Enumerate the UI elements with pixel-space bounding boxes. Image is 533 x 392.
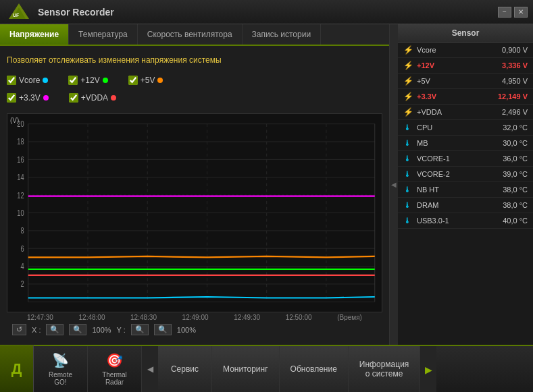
sensor-value-5v: 4,950 V <box>490 77 528 85</box>
dot-33v <box>43 95 49 101</box>
close-button[interactable]: ✕ <box>514 7 528 18</box>
sensor-name-12v: +12V <box>417 61 490 69</box>
taskbar-logo[interactable]: Д <box>0 345 34 392</box>
y-zoom-out-button[interactable]: 🔍 <box>154 324 172 335</box>
label-vcore: Vcore <box>19 76 40 85</box>
checkbox-5v-input[interactable] <box>128 76 138 85</box>
sensor-name-nbht: NB HT <box>417 186 490 194</box>
sensor-name-vcore2: VCORE-2 <box>417 170 490 178</box>
dot-vcore <box>43 78 48 83</box>
sensor-value-usb30: 40,0 °C <box>490 217 528 225</box>
updates-label: Обновление <box>290 364 337 374</box>
checkbox-vdda-input[interactable] <box>69 93 78 103</box>
sensor-panel: Sensor ⚡ Vcore 0,900 V ⚡ +12V 3,336 V ⚡ … <box>398 24 533 345</box>
x-label: X : <box>32 326 41 334</box>
service-button[interactable]: Сервис <box>158 346 212 392</box>
thermal-radar-icon: 🎯 <box>106 352 123 368</box>
checkbox-33v-input[interactable] <box>7 93 16 103</box>
taskbar-item-remote[interactable]: 📡 RemoteGO! <box>34 346 88 392</box>
tab-bar: Напряжение Температура Скорость вентилят… <box>0 24 389 46</box>
checkbox-33v: +3.3V <box>7 93 49 103</box>
taskbar-buttons-group: ◀ Сервис Мониторинг Обновление Информаци… <box>142 346 533 392</box>
sensor-icon-vcore1: 🌡 <box>403 154 414 163</box>
x-zoom-in-button[interactable]: 🔍 <box>46 324 64 335</box>
service-label: Сервис <box>171 364 199 374</box>
sensor-icon-mb: 🌡 <box>403 138 414 148</box>
tab-fan-speed[interactable]: Скорость вентилятора <box>138 24 243 45</box>
sensor-row-vdda[interactable]: ⚡ +VDDA 2,496 V <box>398 105 533 120</box>
y-label: Y : <box>117 326 126 334</box>
right-arrow-button[interactable]: ▶ <box>420 346 436 392</box>
svg-text:16: 16 <box>17 155 24 164</box>
window-title: Sensor Recorder <box>38 7 498 18</box>
thermal-radar-label: ThermalRadar <box>102 371 127 386</box>
voltage-chart[interactable]: 20 18 16 14 12 10 8 6 4 2 <box>7 114 382 312</box>
chart-controls: ↺ X : 🔍 🔍 100% Y : 🔍 🔍 100% <box>7 321 382 338</box>
sensor-value-mb: 30,0 °C <box>490 139 528 147</box>
remote-go-icon: 📡 <box>52 352 69 368</box>
y-zoom-in-button[interactable]: 🔍 <box>131 324 149 335</box>
description-text: Позволяет отслеживать изменения напряжен… <box>7 53 382 67</box>
sensor-value-nbht: 38,0 °C <box>490 186 528 194</box>
sensor-name-cpu: CPU <box>417 123 490 132</box>
sensor-row-vcore[interactable]: ⚡ Vcore 0,900 V <box>398 43 533 58</box>
svg-text:8: 8 <box>20 226 24 235</box>
sensor-icon-12v: ⚡ <box>403 61 414 70</box>
sensor-row-dram[interactable]: 🌡 DRAM 38,0 °C <box>398 198 533 213</box>
sensor-icon-5v: ⚡ <box>403 76 414 86</box>
updates-button[interactable]: Обновление <box>280 346 349 392</box>
sensor-row-nbht[interactable]: 🌡 NB HT 38,0 °C <box>398 182 533 198</box>
taskbar: Д 📡 RemoteGO! 🎯 ThermalRadar ◀ Сервис Мо… <box>0 345 533 392</box>
svg-text:4: 4 <box>20 261 24 271</box>
sensor-icon-vdda: ⚡ <box>403 107 414 117</box>
sensor-row-vcore2[interactable]: 🌡 VCORE-2 39,0 °C <box>398 167 533 182</box>
svg-text:2: 2 <box>20 279 24 289</box>
time-label-4: 12:49:30 <box>234 314 260 321</box>
sensor-name-usb30: USB3.0-1 <box>417 217 490 225</box>
sensor-value-12v: 3,336 V <box>490 61 528 69</box>
content-area: Позволяет отслеживать изменения напряжен… <box>0 46 389 345</box>
sensor-value-cpu: 32,0 °C <box>490 123 528 132</box>
info-button[interactable]: Информацияо системе <box>349 346 420 392</box>
time-label-2: 12:48:30 <box>130 314 157 321</box>
time-axis: 12:47:30 12:48:00 12:48:30 12:49:00 12:4… <box>7 314 382 321</box>
checkbox-12v-input[interactable] <box>68 76 78 85</box>
sensor-icon-33v: ⚡ <box>403 92 414 101</box>
x-percent: 100% <box>92 326 111 334</box>
time-label-0: 12:47:30 <box>27 314 53 321</box>
tab-temperature[interactable]: Температура <box>69 24 138 45</box>
sensor-row-12v[interactable]: ⚡ +12V 3,336 V <box>398 58 533 74</box>
reset-button[interactable]: ↺ <box>12 324 26 335</box>
svg-text:14: 14 <box>17 173 24 182</box>
time-label-1: 12:48:00 <box>79 314 105 321</box>
monitoring-button[interactable]: Мониторинг <box>212 346 280 392</box>
collapse-arrow[interactable]: ◀ <box>390 24 398 345</box>
sensor-row-mb[interactable]: 🌡 MB 30,0 °C <box>398 136 533 151</box>
sensor-row-33v[interactable]: ⚡ +3.3V 12,149 V <box>398 89 533 105</box>
sensor-row-vcore1[interactable]: 🌡 VCORE-1 36,0 °C <box>398 151 533 167</box>
y-percent: 100% <box>177 326 196 334</box>
label-5v: +5V <box>141 76 155 85</box>
remote-go-label: RemoteGO! <box>49 371 72 386</box>
sensor-icon-usb30: 🌡 <box>403 216 414 225</box>
left-panel: Напряжение Температура Скорость вентилят… <box>0 24 390 345</box>
left-arrow-button[interactable]: ◀ <box>142 346 158 392</box>
sensor-icon-nbht: 🌡 <box>403 185 414 194</box>
tab-history[interactable]: Запись истории <box>243 24 322 45</box>
tab-voltage[interactable]: Напряжение <box>0 24 69 45</box>
sensor-row-5v[interactable]: ⚡ +5V 4,950 V <box>398 74 533 89</box>
svg-text:UF: UF <box>13 13 20 18</box>
sensor-row-cpu[interactable]: 🌡 CPU 32,0 °C <box>398 120 533 136</box>
sensor-name-mb: MB <box>417 139 490 147</box>
taskbar-item-thermal[interactable]: 🎯 ThermalRadar <box>88 346 142 392</box>
sensor-value-vcore: 0,900 V <box>490 46 528 54</box>
sensor-name-vcore: Vcore <box>417 46 490 54</box>
minimize-button[interactable]: − <box>498 7 511 18</box>
time-axis-label: (Время) <box>337 314 362 321</box>
title-bar: UF Sensor Recorder − ✕ <box>0 0 533 24</box>
x-zoom-out-button[interactable]: 🔍 <box>69 324 86 335</box>
checkbox-vcore-input[interactable] <box>7 76 16 85</box>
checkbox-5v: +5V <box>128 76 163 85</box>
time-label-5: 12:50:00 <box>286 314 312 321</box>
sensor-row-usb30[interactable]: 🌡 USB3.0-1 40,0 °C <box>398 213 533 229</box>
